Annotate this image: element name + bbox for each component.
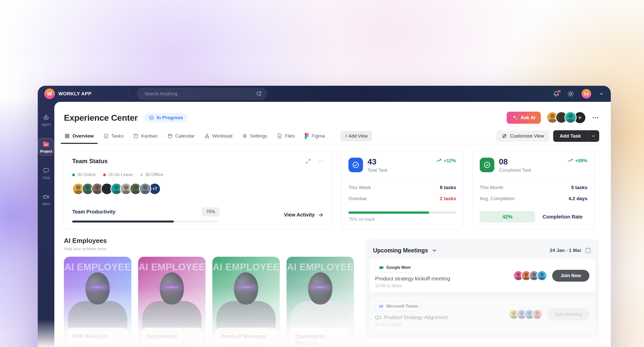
add-task-dropdown[interactable] — [587, 130, 599, 142]
sidebar-item-label: Chat — [42, 176, 50, 180]
meeting-card-google-meet[interactable]: Google Meet Product strategy kickoff mee… — [370, 258, 595, 293]
team-status-title: Team Status — [72, 158, 108, 165]
on-track-progress-track — [348, 211, 456, 214]
stats-row: Team Status 30 Online 16 On Leave 30 Off… — [64, 151, 599, 229]
kanban-icon — [133, 133, 139, 139]
trend-up-icon — [567, 158, 573, 164]
tab-label: Workload — [212, 133, 232, 139]
ai-card-info: Product Manager Tracks expenses and auto… — [215, 328, 277, 347]
microsoft-teams-icon — [379, 303, 384, 309]
join-now-button[interactable]: Join Now — [552, 270, 589, 282]
meeting-attendee-avatars — [509, 309, 543, 320]
view-activity-link[interactable]: View Activity — [284, 212, 324, 218]
trend-up-icon — [436, 158, 442, 164]
robot-icon — [43, 114, 50, 121]
ai-employee-name: Operations Manager — [295, 333, 345, 346]
notifications-bell-icon[interactable] — [553, 91, 560, 97]
more-options-icon[interactable] — [592, 114, 599, 121]
stat-row: Overdue 2 tasks — [348, 196, 456, 201]
completed-task-icon — [480, 158, 494, 172]
team-member-avatars[interactable]: +7 — [72, 183, 324, 195]
ai-employee-description: Tracks expenses and automates reports ef… — [221, 342, 271, 347]
tab-workload[interactable]: Workload — [204, 131, 233, 143]
ask-ai-button[interactable]: Ask AI — [507, 112, 541, 124]
tab-kanban[interactable]: Kanban — [133, 131, 158, 143]
meeting-card-microsoft-teams[interactable]: Microsoft Teams Q1 Product Strategy Alig… — [370, 297, 595, 331]
sidebar-item-label: Agent — [42, 122, 51, 126]
productivity-value-badge: 75% — [202, 207, 219, 216]
tab-label: Tasks — [111, 133, 124, 139]
tab-files[interactable]: Files — [276, 131, 295, 143]
total-task-card: 43 Total Task +12% This Week 8 tasks Ove… — [341, 151, 463, 229]
completed-task-value: 08 — [499, 158, 531, 166]
topbar-actions: SS — [553, 89, 604, 99]
add-task-label[interactable]: Add Task — [553, 130, 587, 142]
status-label: In Progress — [156, 115, 183, 120]
sidebar-item-chat[interactable]: Chat — [38, 165, 54, 182]
join-meeting-button[interactable]: Join Meeting — [548, 309, 589, 320]
card-menu-icon[interactable] — [318, 158, 324, 164]
sidebar-item-agent[interactable]: Agent — [38, 112, 54, 128]
search-icon[interactable] — [256, 91, 262, 97]
search-bar[interactable] — [137, 88, 267, 100]
document-icon — [277, 133, 282, 139]
tab-figma[interactable]: Figma — [304, 131, 325, 144]
chat-bubble-icon — [43, 167, 50, 174]
app-logo[interactable]: W — [44, 89, 55, 99]
user-menu-chevron-icon[interactable] — [599, 91, 604, 97]
header-actions: Ask AI — [507, 111, 599, 124]
gear-icon — [242, 133, 248, 139]
legend-on-leave: 16 On Leave — [103, 172, 133, 177]
status-badge[interactable]: In Progress — [144, 113, 187, 122]
theme-sun-icon[interactable] — [567, 91, 574, 97]
google-meet-icon — [379, 265, 384, 270]
ai-employee-card-product-manager[interactable]: AI EMPLOYEE Product Manager Tracks expen… — [212, 257, 280, 347]
view-toolbar: Overview Tasks Kanban Calendar Workload — [64, 130, 599, 144]
legend-online: 30 Online — [72, 172, 96, 177]
avatar — [139, 183, 151, 195]
ai-robot-figure — [287, 268, 354, 331]
ai-employee-cards: AI EMPLOYEE RFP Analyser Reads, compares… — [64, 257, 354, 347]
video-camera-icon — [43, 193, 50, 200]
sidebar-item-label: Project — [40, 149, 52, 153]
total-task-value: 43 — [368, 158, 388, 166]
sliders-icon — [501, 133, 507, 139]
tab-settings[interactable]: Settings — [242, 131, 268, 143]
ai-employee-card-operations-manager[interactable]: AI EMPLOYEE Operations Manager Aligns te… — [287, 257, 354, 347]
sitemap-icon — [204, 133, 210, 139]
user-avatar[interactable]: SS — [582, 89, 591, 99]
meeting-time: 11.00-11:30am — [375, 322, 448, 327]
sidebar-item-meet[interactable]: Meet — [38, 191, 54, 208]
tab-tasks[interactable]: Tasks — [103, 131, 124, 143]
brand-name: WORKLY APP — [58, 91, 92, 97]
project-member-avatars[interactable] — [546, 111, 586, 124]
notification-dot — [558, 90, 561, 93]
user-initials: SS — [584, 92, 589, 96]
ai-robot-figure — [212, 268, 280, 331]
meetings-date-range[interactable]: 24 Jan - 1 Mar — [550, 247, 591, 254]
tab-label: Figma — [311, 133, 325, 139]
toolbar-actions: Customize View Add Task — [496, 130, 599, 142]
tab-overview[interactable]: Overview — [64, 131, 94, 143]
checkbox-icon — [103, 133, 109, 139]
expand-icon[interactable] — [305, 158, 311, 164]
customize-view-button[interactable]: Customize View — [496, 130, 549, 142]
add-view-button[interactable]: + Add View — [340, 131, 372, 141]
add-task-button[interactable]: Add Task — [553, 130, 599, 142]
ai-employees-section: AI Employees Help your achieve more AI E… — [64, 237, 354, 347]
ai-employee-card-accountant[interactable]: AI EMPLOYEE Accountant Tracks expenses a… — [138, 257, 206, 347]
avatar — [537, 270, 547, 281]
productivity-label: Team Productivity — [72, 209, 115, 215]
ai-card-info: RFP Analyser Reads, compares, and summar… — [67, 328, 128, 347]
search-input[interactable] — [144, 91, 256, 97]
ai-employee-card-rfp-analyser[interactable]: AI EMPLOYEE RFP Analyser Reads, compares… — [64, 257, 131, 347]
upcoming-meetings-title[interactable]: Upcoming Meetings — [373, 247, 437, 254]
meeting-time: 10.00-11:00am — [375, 284, 450, 288]
sidebar-item-project[interactable]: Project — [38, 138, 54, 156]
topbar: W WORKLY APP SS — [38, 86, 611, 102]
avatar — [532, 309, 543, 320]
tab-label: Overview — [72, 133, 94, 139]
stat-row: This Month 5 tasks — [480, 185, 587, 190]
ai-card-info: Accountant Tracks expenses and automates… — [141, 328, 203, 347]
tab-calendar[interactable]: Calendar — [167, 131, 195, 143]
